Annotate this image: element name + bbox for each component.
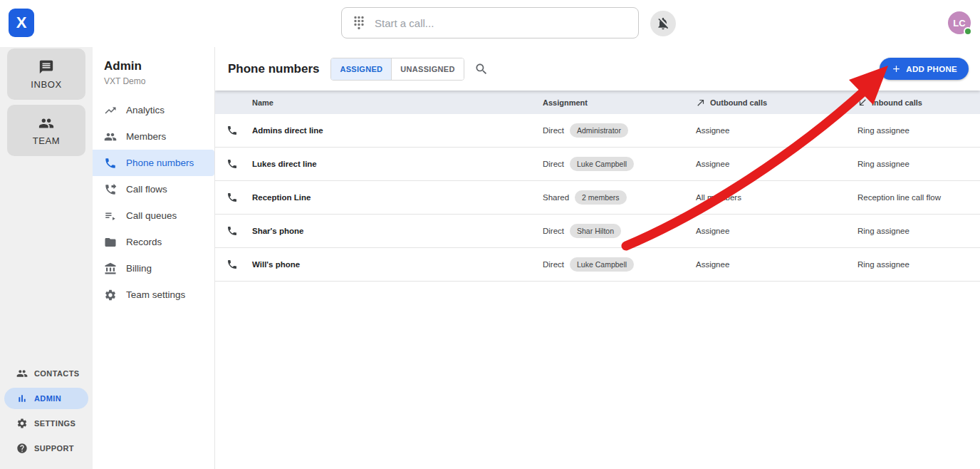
sidebar-subtitle: VXT Demo — [104, 76, 203, 87]
outbound-value: Assignee — [696, 227, 729, 235]
sidebar-item-billing[interactable]: Billing — [93, 255, 214, 282]
assignment-type: Shared — [543, 193, 569, 202]
inbound-value: Ring assignee — [858, 260, 909, 269]
rail-bottom: CONTACTS ADMIN SETTINGS SUPPORT — [0, 361, 93, 469]
sidebar-item-members[interactable]: Members — [93, 123, 214, 150]
row-phone-icon-cell — [215, 125, 252, 136]
assignment-type: Direct — [543, 227, 564, 235]
rail-item-team[interactable]: TEAM — [7, 105, 85, 156]
cell-outbound: All members — [696, 193, 858, 202]
cell-inbound: Ring assignee — [858, 126, 980, 135]
cell-outbound: Assignee — [696, 227, 858, 235]
plus-icon — [891, 63, 902, 74]
rail-item-label: SUPPORT — [34, 444, 74, 453]
assignment-filter-tabs: ASSIGNED UNASSIGNED — [330, 58, 464, 81]
chat-icon — [38, 59, 54, 75]
tab-assigned[interactable]: ASSIGNED — [331, 58, 392, 80]
app-logo[interactable]: X — [9, 9, 34, 37]
bank-icon — [104, 262, 117, 275]
rail-item-label: ADMIN — [34, 394, 61, 403]
sidebar-item-analytics[interactable]: Analytics — [93, 97, 214, 123]
sidebar-item-label: Phone numbers — [126, 158, 194, 168]
rail-item-label: INBOX — [31, 79, 61, 90]
sidebar-item-team-settings[interactable]: Team settings — [93, 282, 214, 308]
sidebar-item-phone-numbers[interactable]: Phone numbers — [93, 150, 214, 176]
phone-name: Shar's phone — [252, 227, 303, 235]
rail-item-support[interactable]: SUPPORT — [4, 438, 88, 459]
cell-assignment: Direct Administrator — [543, 123, 696, 138]
avatar[interactable]: LC — [948, 11, 971, 34]
rail-item-contacts[interactable]: CONTACTS — [4, 363, 88, 384]
phone-numbers-table: Name Assignment Outbound calls Inbound c… — [215, 91, 980, 282]
cell-assignment: Direct Shar Hilton — [543, 224, 696, 238]
column-header-name: Name — [252, 98, 543, 107]
sidebar-item-call-flows[interactable]: Call flows — [93, 176, 214, 202]
rail-item-label: SETTINGS — [34, 419, 75, 428]
assignment-type: Direct — [543, 260, 564, 269]
assignment-type: Direct — [543, 126, 564, 135]
cell-inbound: Ring assignee — [858, 260, 980, 269]
left-rail: INBOX TEAM CONTACTS ADMIN SETTINGS SUPPO… — [0, 47, 93, 469]
rail-item-inbox[interactable]: INBOX — [7, 48, 85, 100]
assignment-chip: Luke Campbell — [570, 157, 634, 171]
cell-inbound: Ring assignee — [858, 160, 980, 168]
rail-item-admin[interactable]: ADMIN — [4, 388, 88, 409]
cell-name: Admins direct line — [252, 126, 543, 135]
phone-icon — [104, 157, 117, 170]
arrow-north-east-icon — [696, 98, 706, 108]
page-title: Phone numbers — [228, 62, 319, 76]
phone-name: Reception Line — [252, 193, 311, 202]
table-header-row: Name Assignment Outbound calls Inbound c… — [215, 91, 980, 114]
rail-item-settings[interactable]: SETTINGS — [4, 413, 88, 434]
bar-chart-icon — [16, 393, 28, 404]
people-icon — [104, 130, 117, 143]
start-call-input[interactable] — [375, 17, 628, 29]
inbound-value: Ring assignee — [858, 160, 909, 168]
row-phone-icon-cell — [215, 158, 252, 170]
phone-number-row[interactable]: Admins direct line Direct Administrator … — [215, 114, 980, 148]
phone-name: Will's phone — [252, 260, 300, 269]
inbound-value: Ring assignee — [858, 227, 909, 235]
phone-name: Admins direct line — [252, 126, 323, 135]
app-shell: INBOX TEAM CONTACTS ADMIN SETTINGS SUPPO… — [0, 47, 980, 469]
column-header-inbound-label: Inbound calls — [872, 98, 922, 107]
search-button[interactable] — [474, 62, 489, 76]
cell-assignment: Shared 2 members — [543, 190, 696, 205]
phone-number-row[interactable]: Lukes direct line Direct Luke Campbell A… — [215, 148, 980, 181]
notifications-off-icon — [656, 16, 670, 31]
phone-icon — [226, 259, 238, 270]
sidebar-item-call-queues[interactable]: Call queues — [93, 202, 214, 229]
assignment-chip: Luke Campbell — [570, 257, 634, 272]
people-icon — [16, 368, 28, 379]
dialpad-icon — [352, 16, 366, 30]
inbound-value: Ring assignee — [858, 126, 909, 135]
main-content: Phone numbers ASSIGNED UNASSIGNED ADD PH… — [215, 47, 980, 469]
row-phone-icon-cell — [215, 259, 252, 270]
sidebar-item-records[interactable]: Records — [93, 229, 214, 255]
column-header-inbound: Inbound calls — [858, 98, 980, 108]
outbound-value: Assignee — [696, 126, 729, 135]
sidebar-title: Admin — [104, 58, 203, 74]
folder-icon — [104, 236, 117, 249]
phone-number-row[interactable]: Will's phone Direct Luke Campbell Assign… — [215, 248, 980, 282]
sidebar-header: Admin VXT Demo — [93, 47, 214, 97]
phone-forwarded-icon — [104, 183, 117, 196]
main-header: Phone numbers ASSIGNED UNASSIGNED ADD PH… — [215, 47, 980, 91]
tab-unassigned[interactable]: UNASSIGNED — [392, 58, 463, 80]
phone-icon — [226, 225, 238, 237]
cell-assignment: Direct Luke Campbell — [543, 157, 696, 171]
row-phone-icon-cell — [215, 192, 252, 203]
cell-name: Lukes direct line — [252, 160, 543, 168]
rail-item-label: CONTACTS — [34, 369, 80, 378]
sidebar-item-label: Billing — [126, 263, 152, 274]
phone-number-row[interactable]: Shar's phone Direct Shar Hilton Assignee… — [215, 215, 980, 248]
phone-number-row[interactable]: Reception Line Shared 2 members All memb… — [215, 181, 980, 215]
add-phone-button[interactable]: ADD PHONE — [880, 58, 969, 80]
start-call-field[interactable] — [341, 7, 639, 38]
notifications-off-button[interactable] — [650, 11, 676, 36]
cell-outbound: Assignee — [696, 160, 858, 168]
add-phone-label: ADD PHONE — [906, 65, 957, 73]
presence-dot — [964, 27, 972, 36]
sidebar-item-label: Records — [126, 237, 162, 247]
admin-sidebar: Admin VXT Demo Analytics Members Phone n… — [93, 47, 215, 469]
